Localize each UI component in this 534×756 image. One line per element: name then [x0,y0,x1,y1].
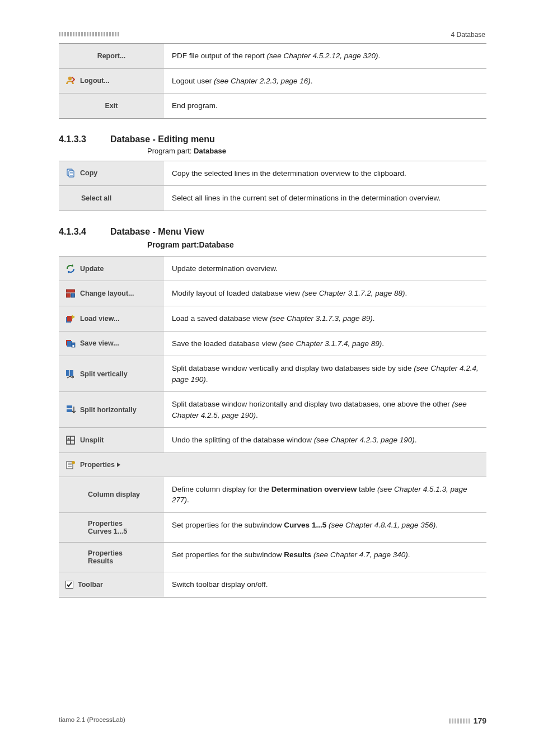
refresh-icon [65,264,76,274]
table-row: Column display Define column display for… [59,477,486,513]
table-row: Toolbar Switch toolbar display on/off. [59,572,486,597]
menu-desc-save-view: Save the loaded database view (see Chapt… [164,332,486,356]
menu-label-properties-curves: Properties Curves 1...5 [59,513,164,542]
split-vertical-icon [65,369,76,379]
layout-icon [65,288,76,298]
menu-label-change-layout: Change layout... [59,281,164,306]
menu-label-unsplit: Unsplit [59,428,164,452]
unsplit-icon [65,435,76,445]
menu-desc-split-vertically: Split database window vertically and dis… [164,356,486,391]
menu-desc-unsplit: Undo the splitting of the database windo… [164,428,486,452]
table-row: Change layout... Modify layout of loaded… [59,281,486,306]
menu-desc-split-horizontally: Split database window horizontally and d… [164,392,486,427]
table-row: Properties Curves 1...5 Set properties f… [59,513,486,543]
table-row: Logout... Logout user (see Chapter 2.2.3… [59,69,486,94]
menu-desc-update: Update determination overview. [164,256,486,281]
editing-menu-table: Copy Copy the selected lines in the dete… [59,161,486,211]
footer-product: tiamo 2.1 (ProcessLab) [59,716,125,725]
chapter-heading: 4 Database [451,31,485,39]
menu-label-column-display: Column display [59,477,164,512]
menu-desc-copy: Copy the selected lines in the determina… [164,161,486,186]
svg-point-26 [72,461,75,464]
menu-desc-toolbar: Switch toolbar display on/off. [164,572,486,597]
svg-rect-15 [66,370,69,376]
menu-desc-column-display: Define column display for the Determinat… [164,477,486,512]
table-row: Split vertically Split database window v… [59,356,486,392]
split-horizontal-icon [65,405,76,415]
page-number: 179 [474,716,486,725]
table-row: Save view... Save the loaded database vi… [59,332,486,357]
table-row: Report... PDF file output of the report … [59,44,486,69]
menu-desc-properties-results: Set properties for the subwindow Results… [164,543,486,572]
svg-rect-16 [70,370,73,376]
svg-rect-14 [73,345,74,347]
section-subtitle-editing: Program part: Database [147,147,486,155]
menu-label-split-vertically: Split vertically [59,356,164,391]
submenu-arrow-icon [117,463,120,467]
checkbox-checked-icon [65,581,73,589]
table-row: Exit End program. [59,94,486,118]
section-heading-view: 4.1.3.4 Database - Menu View [59,227,486,237]
table-row: Copy Copy the selected lines in the dete… [59,161,486,186]
menu-label-exit: Exit [59,94,164,118]
menu-desc-load-view: Load a saved database view (see Chapter … [164,306,486,331]
menu-desc-select-all: Select all lines in the current set of d… [164,186,486,211]
section-subtitle-view: Program part:Database [147,240,486,249]
svg-rect-7 [67,293,71,297]
view-menu-table: Update Update determination overview. Ch… [59,256,486,598]
menu-desc-report: PDF file output of the report (see Chapt… [164,44,486,68]
save-view-icon [65,338,76,348]
menu-desc-exit: End program. [164,94,486,118]
load-view-icon [65,314,76,324]
properties-icon [65,460,76,470]
menu-label-load-view: Load view... [59,306,164,331]
menu-label-split-horizontally: Split horizontally [59,392,164,427]
menu-desc-change-layout: Modify layout of loaded database view (s… [164,281,486,306]
menu-desc-properties-curves: Set properties for the subwindow Curves … [164,513,486,542]
table-row: Update Update determination overview. [59,256,486,282]
menu-label-properties-results: Properties Results [59,543,164,572]
menu-label-select-all: Select all [59,186,164,211]
menu-label-properties: Properties [59,453,486,477]
table-row: Split horizontally Split database window… [59,392,486,428]
footer-decoration [449,718,470,724]
file-menu-table: Report... PDF file output of the report … [59,43,486,119]
svg-rect-8 [71,293,75,297]
table-row: Load view... Load a saved database view … [59,306,486,332]
menu-label-save-view: Save view... [59,332,164,356]
svg-rect-17 [67,405,72,408]
svg-point-0 [68,77,72,80]
svg-rect-10 [67,316,72,321]
menu-label-logout: Logout... [59,69,164,94]
svg-rect-6 [67,290,75,292]
table-row: Select all Select all lines in the curre… [59,186,486,211]
table-row: Properties Results Set properties for th… [59,543,486,572]
menu-label-copy: Copy [59,161,164,186]
table-row: Unsplit Undo the splitting of the databa… [59,428,486,453]
menu-label-update: Update [59,256,164,281]
menu-label-report: Report... [59,44,164,68]
svg-rect-18 [67,409,72,412]
copy-icon [65,168,76,178]
menu-label-toolbar: Toolbar [59,572,164,597]
logout-icon [65,76,76,86]
menu-desc-logout: Logout user (see Chapter 2.2.3, page 16)… [164,69,486,94]
section-heading-editing: 4.1.3.3 Database - Editing menu [59,134,486,144]
